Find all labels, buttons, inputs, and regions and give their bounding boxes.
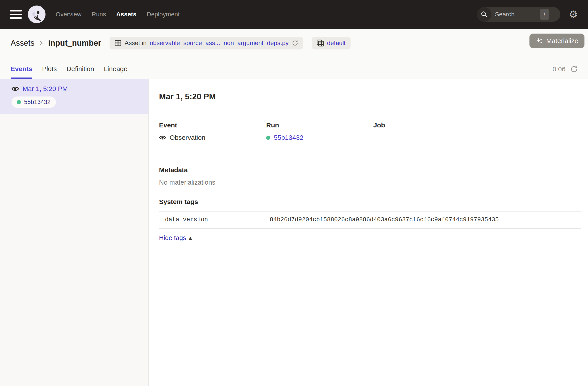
refresh-countdown: 0:06 <box>553 65 566 73</box>
run-status-dot <box>17 100 21 104</box>
asset-header: Assets input_number Asset in observable_… <box>0 29 588 79</box>
system-tags-table: data_version 84b26d7d9204cbf588026c8a988… <box>159 211 581 228</box>
tag-key-cell: data_version <box>159 212 264 228</box>
divider <box>159 154 581 154</box>
asset-name: input_number <box>48 39 101 48</box>
asset-file-link[interactable]: observable_source_ass..._non_argument_de… <box>150 40 289 47</box>
divider <box>159 111 581 111</box>
tab-definition[interactable]: Definition <box>66 65 94 79</box>
primary-nav: Overview Runs Assets Deployment <box>56 11 180 18</box>
tab-events[interactable]: Events <box>11 65 32 79</box>
hide-tags-toggle[interactable]: Hide tags ▲ <box>159 234 192 242</box>
sparkle-icon <box>536 37 543 45</box>
event-column-label: Event <box>159 122 266 129</box>
materialize-button[interactable]: Materialize <box>529 34 585 48</box>
tab-plots[interactable]: Plots <box>42 65 57 79</box>
job-column-label: Job <box>373 122 481 129</box>
asset-tabs: Events Plots Definition Lineage 0:06 <box>0 65 588 79</box>
event-list-sidebar: Mar 1, 5:20 PM 55b13432 <box>0 79 149 386</box>
nav-item-assets[interactable]: Assets <box>116 11 137 18</box>
metadata-empty-text: No materializations <box>159 179 581 186</box>
settings-gear-icon[interactable]: ⚙ <box>569 9 578 20</box>
metadata-heading: Metadata <box>159 166 581 174</box>
hide-tags-label: Hide tags <box>159 234 186 242</box>
run-status-dot <box>266 136 270 140</box>
nav-item-overview[interactable]: Overview <box>56 11 82 18</box>
top-nav: Overview Runs Assets Deployment / ⚙ <box>0 0 588 29</box>
caret-up-icon: ▲ <box>189 235 192 240</box>
run-id-link[interactable]: 55b13432 <box>274 134 303 141</box>
asset-in-label: Asset in <box>125 40 147 47</box>
run-column-label: Run <box>266 122 373 129</box>
nav-item-deployment[interactable]: Deployment <box>147 11 180 18</box>
nav-item-runs[interactable]: Runs <box>92 11 106 18</box>
eye-icon <box>159 135 166 140</box>
event-timestamp: Mar 1, 5:20 PM <box>22 85 68 93</box>
table-grid-icon <box>114 40 122 47</box>
materialize-label: Materialize <box>546 37 578 45</box>
chevron-right-icon <box>39 40 44 46</box>
run-id-chip[interactable]: 55b13432 <box>11 97 56 108</box>
search-input[interactable] <box>495 11 544 18</box>
event-list-item[interactable]: Mar 1, 5:20 PM 55b13432 <box>0 79 148 114</box>
run-id-label: 55b13432 <box>24 99 51 105</box>
global-search[interactable]: / <box>477 7 560 22</box>
tab-lineage[interactable]: Lineage <box>104 65 127 79</box>
asset-definition-badge: Asset in observable_source_ass..._non_ar… <box>109 37 303 49</box>
breadcrumb-assets-link[interactable]: Assets <box>11 39 34 48</box>
event-type-value: Observation <box>170 134 205 141</box>
event-summary-grid: Event Observation Run 55b13432 Job <box>159 122 581 141</box>
eye-icon <box>11 86 19 92</box>
reload-definition-icon[interactable] <box>292 40 298 46</box>
system-tags-heading: System tags <box>159 198 581 205</box>
table-row: data_version 84b26d7d9204cbf588026c8a988… <box>159 212 581 228</box>
refresh-icon[interactable] <box>570 65 578 73</box>
repo-default-link[interactable]: default <box>327 40 346 47</box>
job-value: — <box>373 134 380 141</box>
hamburger-menu-icon[interactable] <box>10 10 22 19</box>
repo-location-badge: default <box>312 37 351 49</box>
dagster-logo-icon[interactable] <box>28 5 45 23</box>
event-detail-title: Mar 1, 5:20 PM <box>159 92 581 101</box>
workspace-copies-icon <box>316 39 324 47</box>
event-detail-panel: Mar 1, 5:20 PM Event Observation Run 55b… <box>149 79 588 386</box>
search-icon <box>477 7 491 22</box>
tag-value-cell: 84b26d7d9204cbf588026c8a9886d403a6c9637c… <box>264 212 581 228</box>
breadcrumb: Assets input_number Asset in observable_… <box>11 37 588 49</box>
search-shortcut-key: / <box>540 9 549 20</box>
